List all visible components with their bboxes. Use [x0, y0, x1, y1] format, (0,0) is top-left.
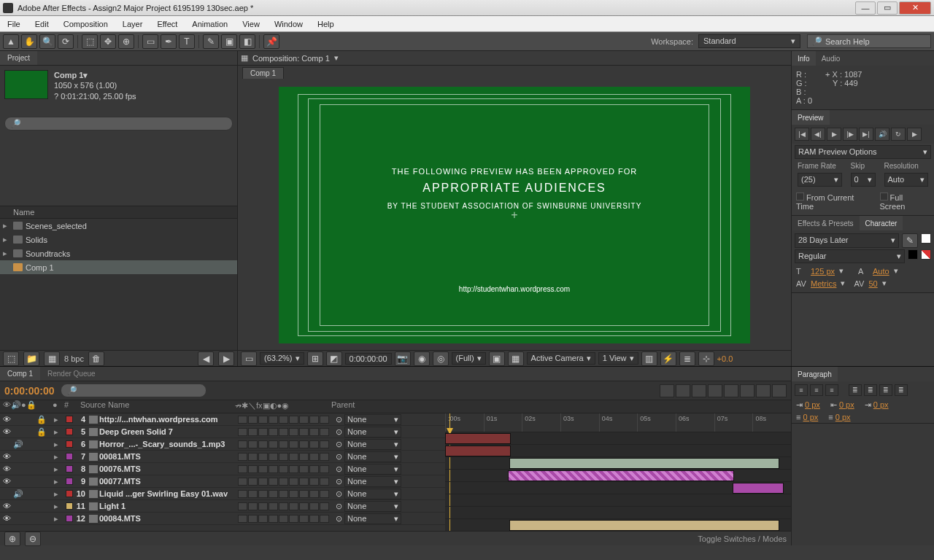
leading-value[interactable]: Auto	[873, 267, 889, 276]
roi-icon[interactable]: ▣	[489, 351, 505, 366]
ram-preview-select[interactable]: RAM Preview Options▾	[795, 145, 931, 159]
tracking-value[interactable]: 50	[868, 279, 877, 288]
new-comp-icon[interactable]: ▦	[44, 351, 60, 366]
tl-3d[interactable]	[740, 384, 754, 397]
visibility-toggle[interactable]: 👁	[1, 452, 12, 461]
last-frame-button[interactable]: ▶|	[859, 128, 873, 141]
align-right-button[interactable]: ≡	[825, 384, 838, 396]
project-search[interactable]: 🔎	[4, 117, 233, 131]
menu-edit[interactable]: Edit	[28, 16, 56, 31]
channel-icon[interactable]: ◉	[414, 351, 430, 366]
help-search[interactable]: 🔎Search Help	[807, 34, 931, 48]
views-select[interactable]: 1 View▾	[598, 352, 638, 365]
justify-all-button[interactable]: ≣	[895, 384, 908, 396]
menu-effect[interactable]: Effect	[150, 16, 185, 31]
toggle-switches[interactable]: Toggle Switches / Modes	[698, 534, 787, 543]
tl-opt2[interactable]	[676, 384, 690, 397]
close-button[interactable]: ✕	[899, 1, 931, 15]
menu-view[interactable]: View	[235, 16, 267, 31]
lock-icon[interactable]: 🔒	[36, 415, 47, 424]
new-folder-icon[interactable]: 📁	[23, 351, 39, 366]
project-item[interactable]: ▸Solids	[0, 233, 237, 246]
menu-window[interactable]: Window	[267, 16, 310, 31]
loop-button[interactable]: ↻	[891, 128, 906, 141]
interpret-icon[interactable]: ⬚	[3, 351, 19, 366]
layer-row[interactable]: 👁▸900077.MTS⊙None▾	[0, 475, 445, 488]
parent-select[interactable]: None▾	[344, 427, 401, 438]
layer-row[interactable]: 👁▸700081.MTS⊙None▾	[0, 451, 445, 463]
text-tool[interactable]: T	[179, 34, 195, 49]
timecode[interactable]: 0:00:00:00	[4, 385, 55, 397]
space-before[interactable]: 0 px	[803, 413, 818, 421]
timeline-tab-render-queue[interactable]: Render Queue	[40, 367, 103, 381]
tl-foot2[interactable]: ⊖	[25, 532, 41, 546]
mask-icon[interactable]: ◩	[326, 351, 342, 366]
justify-right-button[interactable]: ≣	[879, 384, 892, 396]
comp-tab[interactable]: Comp 1	[242, 67, 284, 79]
no-stroke-icon[interactable]	[921, 249, 931, 260]
align-left-button[interactable]: ≡	[795, 384, 808, 396]
menu-composition[interactable]: Composition	[56, 16, 115, 31]
kerning-value[interactable]: Metrics	[811, 279, 836, 288]
orbit-camera-tool[interactable]: ⬚	[82, 34, 98, 49]
resolution-select[interactable]: Auto▾	[884, 173, 929, 187]
timeline-tab-comp[interactable]: Comp 1	[0, 367, 40, 381]
from-ct-checkbox[interactable]	[796, 192, 804, 201]
visibility-toggle[interactable]: 👁	[1, 464, 12, 473]
eraser-tool[interactable]: ◧	[239, 34, 255, 49]
tab-info[interactable]: Info	[792, 51, 816, 66]
fast-preview-icon[interactable]: ⚡	[660, 351, 676, 366]
workspace-select[interactable]: Standard▾	[698, 34, 800, 48]
audio-toggle[interactable]: 🔊	[13, 440, 23, 449]
zoom-select[interactable]: (63.2%)▾	[260, 352, 304, 365]
magnify-icon[interactable]: ▭	[241, 351, 257, 366]
tl-shy[interactable]	[692, 384, 706, 397]
flowchart-icon[interactable]: ⊹	[698, 351, 714, 366]
tl-foot1[interactable]: ⊕	[4, 532, 20, 546]
project-item[interactable]: ▸Soundtracks	[0, 246, 237, 260]
tab-audio[interactable]: Audio	[816, 51, 846, 66]
parent-select[interactable]: None▾	[344, 439, 401, 450]
font-select[interactable]: 28 Days Later▾	[795, 233, 899, 248]
stroke-color[interactable]	[908, 249, 918, 260]
timeline-search[interactable]: 🔎	[61, 384, 207, 397]
first-frame-button[interactable]: |◀	[795, 128, 809, 141]
skip-select[interactable]: 0▾	[851, 173, 876, 187]
prev-frame-button[interactable]: ◀|	[811, 128, 825, 141]
visibility-toggle[interactable]: 👁	[1, 514, 12, 523]
tl-blur[interactable]	[708, 384, 722, 397]
anchor-tool[interactable]: ⊕	[118, 34, 134, 49]
pen-tool[interactable]: ✒	[161, 34, 177, 49]
column-name[interactable]: Name	[13, 208, 34, 217]
rotate-tool[interactable]: ⟳	[58, 34, 74, 49]
composition-viewer[interactable]: + THE FOLLOWING PREVIEW HAS BEEN APPROVE…	[238, 80, 791, 350]
next-frame-button[interactable]: |▶	[843, 128, 857, 141]
transparency-icon[interactable]: ▦	[508, 351, 524, 366]
menu-help[interactable]: Help	[310, 16, 341, 31]
puppet-tool[interactable]: 📌	[263, 34, 279, 49]
tab-preview[interactable]: Preview	[792, 110, 830, 125]
camera-select[interactable]: Active Camera▾	[527, 352, 595, 365]
visibility-toggle[interactable]: 👁	[1, 427, 12, 436]
parent-select[interactable]: None▾	[344, 501, 401, 512]
justify-left-button[interactable]: ≣	[849, 384, 862, 396]
shape-tool[interactable]: ▭	[142, 34, 158, 49]
layer-list[interactable]: 👁🔒▸4http://...ntwhan.wordpress.com⊙None▾…	[0, 413, 445, 531]
stamp-tool[interactable]: ▣	[221, 34, 237, 49]
play-button[interactable]: ▶	[827, 128, 841, 141]
indent-first[interactable]: 0 px	[839, 400, 854, 409]
parent-select[interactable]: None▾	[344, 489, 401, 499]
indent-left[interactable]: 0 px	[805, 400, 820, 409]
parent-select[interactable]: None▾	[344, 513, 401, 524]
delete-icon[interactable]: 🗑	[88, 351, 104, 366]
project-item[interactable]: ▸Scenes_selected	[0, 219, 237, 233]
parent-select[interactable]: None▾	[344, 476, 401, 487]
visibility-toggle[interactable]: 👁	[1, 502, 12, 510]
font-size[interactable]: 125 px	[811, 267, 835, 276]
timeline-icon[interactable]: ≣	[679, 351, 695, 366]
audio-toggle[interactable]: 🔊	[13, 489, 23, 499]
bpc-label[interactable]: 8 bpc	[64, 354, 84, 363]
scroll-right-icon[interactable]: ▶	[218, 351, 234, 366]
safe-zone-icon[interactable]: ⊞	[307, 351, 323, 366]
mute-button[interactable]: 🔊	[875, 128, 889, 141]
